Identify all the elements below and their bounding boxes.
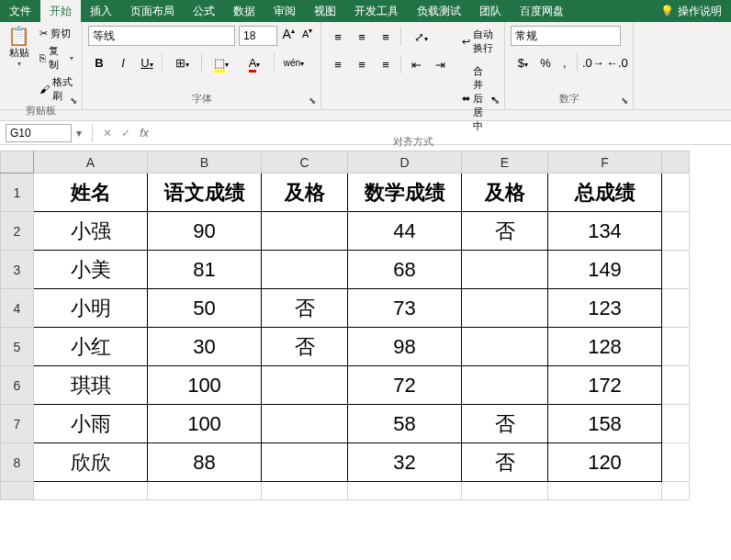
tab-page-layout[interactable]: 页面布局 bbox=[121, 0, 184, 22]
cell-C3[interactable] bbox=[262, 251, 348, 289]
cell-blank[interactable] bbox=[548, 482, 662, 500]
cell-B6[interactable]: 100 bbox=[148, 366, 262, 405]
col-header-next[interactable] bbox=[662, 151, 690, 174]
cell-C5[interactable]: 否 bbox=[262, 328, 348, 366]
orientation-button[interactable]: ⤢▾ bbox=[405, 26, 436, 48]
cell-D5[interactable]: 98 bbox=[348, 328, 462, 366]
col-header-B[interactable]: B bbox=[148, 151, 262, 174]
cell-B3[interactable]: 81 bbox=[148, 251, 262, 289]
cell-B7[interactable]: 100 bbox=[148, 405, 262, 443]
col-header-A[interactable]: A bbox=[34, 151, 148, 174]
col-header-C[interactable]: C bbox=[262, 151, 348, 174]
cell-A2[interactable]: 小强 bbox=[34, 212, 148, 251]
cell-B5[interactable]: 30 bbox=[148, 328, 262, 366]
bold-button[interactable]: B bbox=[88, 51, 110, 73]
cell-blank[interactable] bbox=[148, 482, 262, 500]
decrease-indent-button[interactable]: ⇤ bbox=[405, 53, 427, 75]
row-header-4[interactable]: 4 bbox=[1, 289, 34, 328]
tab-insert[interactable]: 插入 bbox=[81, 0, 121, 22]
cancel-button[interactable]: ✕ bbox=[98, 127, 117, 140]
cell-blank[interactable] bbox=[662, 212, 690, 251]
tab-home[interactable]: 开始 bbox=[40, 0, 81, 22]
cell-F5[interactable]: 128 bbox=[548, 328, 662, 366]
cell-C4[interactable]: 否 bbox=[262, 289, 348, 328]
cell-F6[interactable]: 172 bbox=[548, 366, 662, 405]
font-name-input[interactable] bbox=[88, 26, 235, 46]
tab-review[interactable]: 审阅 bbox=[264, 0, 305, 22]
cell-E7[interactable]: 否 bbox=[462, 405, 548, 443]
tab-team[interactable]: 团队 bbox=[470, 0, 511, 22]
cell-B8[interactable]: 88 bbox=[148, 443, 262, 482]
cell-F7[interactable]: 158 bbox=[548, 405, 662, 443]
cell-E1[interactable]: 及格 bbox=[462, 174, 548, 212]
cell-F4[interactable]: 123 bbox=[548, 289, 662, 328]
percent-button[interactable]: % bbox=[537, 51, 555, 73]
font-size-input[interactable] bbox=[239, 26, 277, 46]
tab-formulas[interactable]: 公式 bbox=[184, 0, 224, 22]
align-middle-button[interactable]: ≡ bbox=[351, 26, 373, 48]
cell-blank[interactable] bbox=[662, 366, 690, 405]
cell-A8[interactable]: 欣欣 bbox=[34, 443, 148, 482]
cell-A1[interactable]: 姓名 bbox=[34, 174, 148, 212]
align-left-button[interactable]: ≡ bbox=[327, 53, 349, 75]
tab-load-test[interactable]: 负载测试 bbox=[408, 0, 470, 22]
tab-tell-me[interactable]: 💡 操作说明 bbox=[651, 0, 731, 22]
cell-C8[interactable] bbox=[262, 443, 348, 482]
cell-C1[interactable]: 及格 bbox=[262, 174, 348, 212]
tab-file[interactable]: 文件 bbox=[0, 0, 40, 22]
number-format-input[interactable] bbox=[511, 26, 621, 46]
font-dialog-launcher[interactable]: ⬊ bbox=[307, 95, 318, 106]
decrease-decimal-button[interactable]: ←.0 bbox=[605, 51, 627, 73]
borders-button[interactable]: ⊞▾ bbox=[166, 51, 197, 73]
cell-E4[interactable] bbox=[462, 289, 548, 328]
cell-blank[interactable] bbox=[462, 482, 548, 500]
cut-button[interactable]: ✂ 剪切 bbox=[37, 26, 76, 41]
wrap-text-button[interactable]: ↩ 自动换行 bbox=[458, 26, 499, 57]
font-color-button[interactable]: A▾ bbox=[239, 51, 270, 73]
cell-B2[interactable]: 90 bbox=[148, 212, 262, 251]
cell-blank[interactable] bbox=[34, 482, 148, 500]
cell-D3[interactable]: 68 bbox=[348, 251, 462, 289]
cell-F8[interactable]: 120 bbox=[548, 443, 662, 482]
row-header-8[interactable]: 8 bbox=[1, 443, 34, 482]
cell-blank[interactable] bbox=[262, 482, 348, 500]
cell-F3[interactable]: 149 bbox=[548, 251, 662, 289]
cell-C2[interactable] bbox=[262, 212, 348, 251]
cell-blank[interactable] bbox=[348, 482, 462, 500]
cell-A5[interactable]: 小红 bbox=[34, 328, 148, 366]
increase-indent-button[interactable]: ⇥ bbox=[429, 53, 451, 75]
cell-D4[interactable]: 73 bbox=[348, 289, 462, 328]
accounting-format-button[interactable]: $▾ bbox=[511, 51, 535, 73]
row-header-6[interactable]: 6 bbox=[1, 366, 34, 405]
cell-D7[interactable]: 58 bbox=[348, 405, 462, 443]
cell-A6[interactable]: 琪琪 bbox=[34, 366, 148, 405]
cell-D2[interactable]: 44 bbox=[348, 212, 462, 251]
cell-blank[interactable] bbox=[662, 328, 690, 366]
tab-data[interactable]: 数据 bbox=[224, 0, 264, 22]
cell-blank[interactable] bbox=[662, 289, 690, 328]
cell-B1[interactable]: 语文成绩 bbox=[148, 174, 262, 212]
tab-developer[interactable]: 开发工具 bbox=[345, 0, 408, 22]
tab-view[interactable]: 视图 bbox=[305, 0, 345, 22]
name-box-dropdown[interactable]: ▾ bbox=[72, 127, 86, 140]
cell-D8[interactable]: 32 bbox=[348, 443, 462, 482]
phonetic-button[interactable]: wén▾ bbox=[278, 51, 309, 73]
row-header-7[interactable]: 7 bbox=[1, 405, 34, 443]
col-header-D[interactable]: D bbox=[348, 151, 462, 174]
cell-blank[interactable] bbox=[662, 405, 690, 443]
row-header-5[interactable]: 5 bbox=[1, 328, 34, 366]
underline-button[interactable]: U▾ bbox=[136, 51, 158, 73]
alignment-dialog-launcher[interactable]: ⬊ bbox=[490, 95, 501, 106]
cell-B4[interactable]: 50 bbox=[148, 289, 262, 328]
col-header-F[interactable]: F bbox=[548, 151, 662, 174]
cell-F2[interactable]: 134 bbox=[548, 212, 662, 251]
cell-blank[interactable] bbox=[662, 443, 690, 482]
cell-A4[interactable]: 小明 bbox=[34, 289, 148, 328]
row-header-2[interactable]: 2 bbox=[1, 212, 34, 251]
row-header-1[interactable]: 1 bbox=[1, 174, 34, 212]
cell-A7[interactable]: 小雨 bbox=[34, 405, 148, 443]
italic-button[interactable]: I bbox=[112, 51, 134, 73]
row-header-next[interactable] bbox=[1, 482, 34, 500]
col-header-E[interactable]: E bbox=[462, 151, 548, 174]
insert-function-button[interactable]: fx bbox=[135, 127, 153, 140]
